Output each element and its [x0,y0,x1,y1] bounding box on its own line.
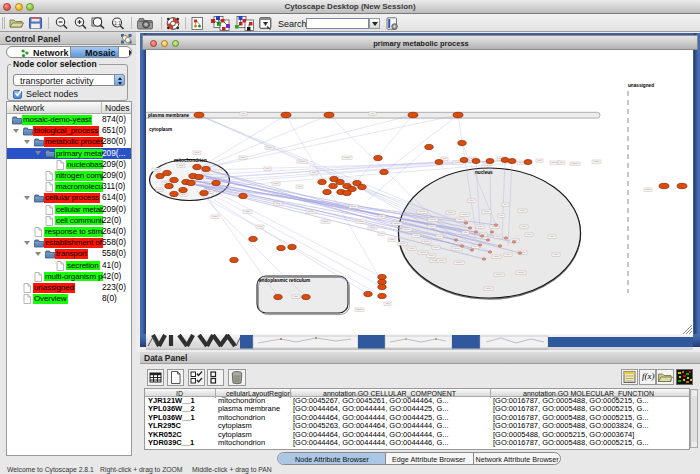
svg-text:plasma membrane: plasma membrane [148,113,190,118]
svg-text:endoplasmic reticulum: endoplasmic reticulum [259,278,310,283]
svg-text:mitochondrion: mitochondrion [174,158,207,163]
svg-text:cytoplasm: cytoplasm [149,127,172,132]
svg-text:1:1: 1:1 [114,20,121,26]
svg-text:unassigned: unassigned [628,83,654,88]
svg-text:nucleus: nucleus [475,170,493,175]
